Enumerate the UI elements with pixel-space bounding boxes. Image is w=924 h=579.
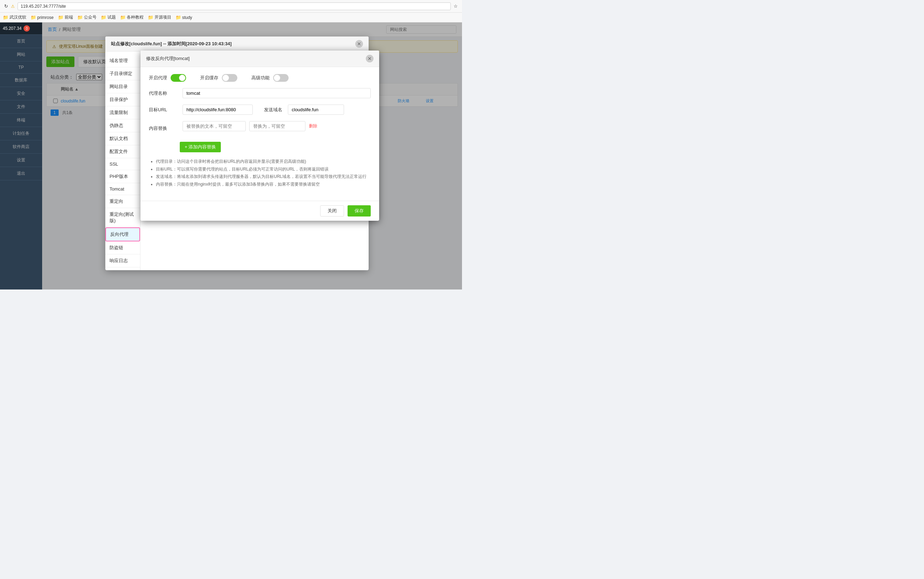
info-item-0: 代理目录：访问这个目录时将会把目标URL的内容返回并显示(需要开启高级功能) — [156, 158, 371, 166]
url-bar[interactable] — [18, 2, 451, 10]
info-item-2: 发送域名：将域名添加到请求头传递到代理服务器，默认为目标URL域名，若设置不当可… — [156, 173, 371, 181]
outer-modal-title: 站点修改[cloudslife.fun] -- 添加时间[2020-09-23 … — [111, 41, 232, 47]
modal-nav-sitedir[interactable]: 网站目录 — [105, 80, 140, 93]
proxy-name-input[interactable] — [183, 88, 371, 98]
modal-nav-sidebar: 域名管理 子目录绑定 网站目录 目录保护 流量限制 伪静态 默认文档 配置文件 … — [105, 52, 141, 270]
sidebar-item-logout[interactable]: 退出 — [0, 167, 42, 180]
inner-modal-body: 开启代理 开启缓存 高级功能 — [141, 67, 379, 201]
warning-icon: ⚠ — [11, 4, 15, 9]
modal-nav-redirect-test[interactable]: 重定向(测试版) — [105, 208, 140, 227]
app-sidebar: 45.207.34 0 首页 网站 TP 数据库 安全 文件 终端 计划任务 软… — [0, 23, 42, 290]
server-ip: 45.207.34 — [3, 26, 21, 31]
info-list: 代理目录：访问这个目录时将会把目标URL的内容返回并显示(需要开启高级功能) 目… — [149, 158, 371, 188]
bookmark-opensource[interactable]: 📁开源项目 — [148, 15, 171, 20]
bookmark-frontend[interactable]: 📁前端 — [58, 15, 73, 20]
info-item-3: 内容替换：只能在使用nginx时提供，最多可以添加3条替换内容，如果不需要替换请… — [156, 181, 371, 188]
replacement-inputs: 删除 — [183, 121, 317, 131]
toggle-group: 开启代理 开启缓存 高级功能 — [149, 74, 371, 82]
bookmark-tutorials[interactable]: 📁各种教程 — [120, 15, 144, 20]
bookmark-official[interactable]: 📁公众号 — [77, 15, 97, 20]
content-replace-label: 内容替换 — [149, 125, 177, 132]
modal-nav-hotlink[interactable]: 防盗链 — [105, 241, 140, 254]
cache-toggle-item: 开启缓存 — [200, 74, 237, 82]
proxy-name-label: 代理名称 — [149, 90, 177, 96]
send-domain-label: 发送域名 — [264, 107, 282, 113]
inner-modal-close[interactable]: ✕ — [366, 55, 374, 62]
sidebar-item-website[interactable]: 网站 — [0, 48, 42, 61]
advanced-toggle[interactable] — [273, 74, 288, 82]
modal-nav-reverse-proxy[interactable]: 反向代理 — [105, 227, 140, 241]
modal-nav-ssl[interactable]: SSL — [105, 158, 140, 170]
sidebar-item-plugins[interactable]: 软件商店 — [0, 141, 42, 154]
modal-nav-config[interactable]: 配置文件 — [105, 145, 140, 158]
cancel-button[interactable]: 关闭 — [320, 205, 344, 216]
bookmark-test[interactable]: 📁试题 — [101, 15, 116, 20]
replace-from-input[interactable] — [183, 121, 246, 131]
modal-nav-defaultdoc[interactable]: 默认文档 — [105, 132, 140, 145]
sidebar-item-terminal[interactable]: 终端 — [0, 114, 42, 127]
modal-nav-subdir[interactable]: 子目录绑定 — [105, 67, 140, 80]
proxy-toggle[interactable] — [170, 74, 186, 82]
proxy-name-row: 代理名称 — [149, 88, 371, 98]
outer-modal-header: 站点修改[cloudslife.fun] -- 添加时间[2020-09-23 … — [105, 36, 369, 52]
sidebar-header: 45.207.34 0 — [0, 23, 42, 35]
advanced-toggle-knob — [274, 75, 280, 81]
proxy-toggle-item: 开启代理 — [149, 74, 186, 82]
proxy-toggle-label: 开启代理 — [149, 75, 167, 81]
modal-nav-redirect[interactable]: 重定向 — [105, 195, 140, 208]
modal-nav-dirprotect[interactable]: 目录保护 — [105, 93, 140, 106]
proxy-toggle-knob — [179, 75, 185, 81]
replace-to-input[interactable] — [249, 121, 305, 131]
notification-badge: 0 — [23, 25, 30, 31]
delete-replace-btn[interactable]: 删除 — [309, 123, 317, 129]
send-domain-input[interactable] — [288, 105, 344, 115]
bookmark-wuhan[interactable]: 📁武汉优软 — [3, 15, 26, 20]
content-area: 首页 / 网站管理 ⚠ 使用宝塔Linux面板创建 添加站点 修改默认页 站点分… — [42, 23, 462, 290]
sidebar-item-database[interactable]: 数据库 — [0, 74, 42, 87]
modal-nav-traffic[interactable]: 流量限制 — [105, 106, 140, 119]
cache-toggle-label: 开启缓存 — [200, 75, 218, 81]
bookmark-primrose[interactable]: 📁primrose — [31, 15, 54, 20]
save-button[interactable]: 保存 — [347, 205, 371, 216]
browser-bar: ↻ ⚠ ☆ — [0, 0, 462, 13]
bookmarks-bar: 📁武汉优软 📁primrose 📁前端 📁公众号 📁试题 📁各种教程 📁开源项目… — [0, 13, 462, 23]
inner-modal-title: 修改反向代理[tomcat] — [146, 56, 190, 62]
content-replace-row: 内容替换 删除 — [149, 121, 371, 136]
modal-nav-domain[interactable]: 域名管理 — [105, 54, 140, 67]
sidebar-item-settings[interactable]: 设置 — [0, 154, 42, 167]
add-content-replace-button[interactable]: + 添加内容替换 — [180, 142, 221, 152]
modal-nav-response-log[interactable]: 响应日志 — [105, 254, 140, 267]
bookmark-study[interactable]: 📁study — [175, 15, 192, 20]
modal-nav-rewrite[interactable]: 伪静态 — [105, 119, 140, 132]
outer-modal-close[interactable]: ✕ — [355, 40, 363, 48]
sidebar-item-tp[interactable]: TP — [0, 61, 42, 74]
modal-nav-php[interactable]: PHP版本 — [105, 170, 140, 183]
advanced-toggle-item: 高级功能 — [251, 74, 288, 82]
target-url-label: 目标URL — [149, 107, 177, 113]
advanced-toggle-label: 高级功能 — [251, 75, 270, 81]
cache-toggle[interactable] — [222, 74, 237, 82]
inner-modal: 修改反向代理[tomcat] ✕ 开启代理 开启缓存 — [141, 51, 379, 221]
refresh-icon[interactable]: ↻ — [4, 3, 8, 9]
info-item-1: 目标URL：可以填写你需要代理的站点，目标URL必须为可正常访问的URL，否则将… — [156, 166, 371, 173]
modal-nav-tomcat[interactable]: Tomcat — [105, 183, 140, 195]
sidebar-item-home[interactable]: 首页 — [0, 35, 42, 48]
target-url-input[interactable] — [183, 105, 253, 115]
cache-toggle-knob — [223, 75, 229, 81]
bookmark-star-icon[interactable]: ☆ — [454, 3, 458, 9]
sidebar-item-files[interactable]: 文件 — [0, 100, 42, 114]
inner-modal-header: 修改反向代理[tomcat] ✕ — [141, 51, 379, 67]
sidebar-item-scheduler[interactable]: 计划任务 — [0, 127, 42, 141]
sidebar-item-security[interactable]: 安全 — [0, 87, 42, 100]
inner-modal-footer: 关闭 保存 — [141, 201, 379, 221]
url-domain-row: 目标URL 发送域名 — [149, 105, 371, 115]
